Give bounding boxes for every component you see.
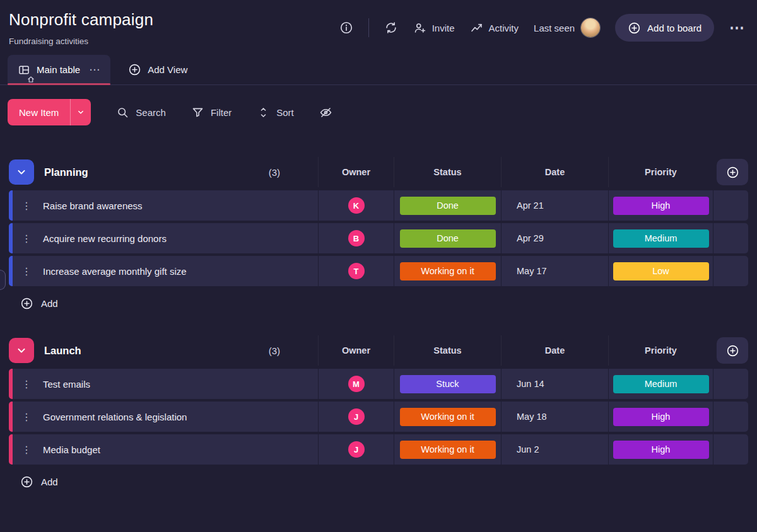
column-header-status[interactable]: Status: [394, 157, 501, 187]
group-item-count: (3): [269, 345, 318, 356]
status-cell[interactable]: Stuck: [394, 369, 501, 399]
add-to-board-label: Add to board: [647, 23, 701, 33]
owner-avatar[interactable]: M: [348, 376, 365, 392]
owner-cell[interactable]: J: [318, 434, 394, 465]
add-column-cell: [713, 159, 748, 185]
owner-cell[interactable]: K: [318, 190, 394, 221]
invite-button[interactable]: Invite: [413, 21, 455, 35]
priority-pill[interactable]: High: [613, 408, 709, 426]
owner-cell[interactable]: B: [318, 223, 394, 253]
owner-cell[interactable]: T: [318, 256, 394, 286]
last-seen[interactable]: Last seen: [534, 18, 600, 37]
column-header-priority[interactable]: Priority: [608, 157, 713, 187]
status-pill[interactable]: Working on it: [400, 408, 496, 426]
add-item-button[interactable]: Add: [9, 467, 748, 496]
item-name[interactable]: Government relations & legislation: [34, 412, 318, 422]
add-view-button[interactable]: Add View: [128, 55, 187, 84]
status-pill[interactable]: Done: [400, 197, 496, 215]
priority-cell[interactable]: High: [608, 402, 713, 432]
owner-avatar[interactable]: J: [348, 441, 365, 458]
group-title[interactable]: Launch: [44, 345, 81, 357]
drag-handle[interactable]: ⋮: [13, 411, 34, 423]
priority-cell[interactable]: High: [608, 190, 713, 221]
group-collapse-button[interactable]: [9, 338, 34, 363]
date-cell[interactable]: Jun 2: [501, 434, 608, 465]
priority-pill[interactable]: Medium: [613, 229, 709, 248]
group-collapse-button[interactable]: [9, 159, 34, 185]
search-button[interactable]: Search: [116, 106, 166, 119]
priority-pill[interactable]: High: [613, 441, 709, 459]
hide-columns-button[interactable]: [319, 106, 332, 119]
drag-handle[interactable]: ⋮: [13, 200, 34, 212]
page-title: Nonprofit campaign: [9, 10, 153, 30]
user-avatar[interactable]: [581, 18, 600, 37]
status-pill[interactable]: Working on it: [400, 441, 496, 459]
tab-options-icon[interactable]: ⋯: [89, 63, 100, 76]
group-title-cell: Launch (3): [34, 345, 318, 357]
last-seen-label: Last seen: [534, 23, 575, 33]
add-column-button[interactable]: [717, 159, 748, 185]
priority-pill[interactable]: High: [613, 197, 709, 215]
status-cell[interactable]: Working on it: [394, 256, 501, 286]
column-header-date[interactable]: Date: [501, 157, 608, 187]
owner-avatar[interactable]: J: [348, 408, 365, 425]
add-item-label: Add: [41, 298, 58, 309]
owner-cell[interactable]: J: [318, 402, 394, 432]
owner-avatar[interactable]: T: [348, 263, 365, 279]
priority-cell[interactable]: Medium: [608, 369, 713, 399]
status-pill[interactable]: Done: [400, 229, 496, 248]
sort-button[interactable]: Sort: [257, 106, 294, 119]
item-name[interactable]: Acquire new recurring donors: [34, 233, 318, 244]
item-name[interactable]: Media budget: [34, 444, 318, 455]
status-pill[interactable]: Working on it: [400, 262, 496, 280]
status-cell[interactable]: Working on it: [394, 402, 501, 432]
column-header-owner[interactable]: Owner: [318, 335, 394, 366]
item-name[interactable]: Raise brand awareness: [34, 200, 318, 211]
item-name[interactable]: Increase average monthly gift size: [34, 266, 318, 277]
new-item-button[interactable]: New Item: [8, 99, 91, 125]
drag-handle[interactable]: ⋮: [13, 378, 34, 390]
filter-button[interactable]: Filter: [191, 106, 232, 119]
date-cell[interactable]: May 17: [501, 256, 608, 286]
date-cell[interactable]: May 18: [501, 402, 608, 432]
date-cell[interactable]: Apr 29: [501, 223, 608, 253]
priority-cell[interactable]: Low: [608, 256, 713, 286]
date-cell[interactable]: Jun 14: [501, 369, 608, 399]
group-title[interactable]: Planning: [44, 166, 88, 178]
column-header-priority[interactable]: Priority: [608, 335, 713, 366]
add-column-button[interactable]: [717, 337, 748, 364]
column-header-date[interactable]: Date: [501, 335, 608, 366]
add-item-button[interactable]: Add: [9, 289, 748, 318]
priority-pill[interactable]: Medium: [613, 375, 709, 393]
status-pill[interactable]: Stuck: [400, 375, 496, 393]
sync-icon[interactable]: [384, 21, 398, 35]
column-header-owner[interactable]: Owner: [318, 157, 394, 187]
date-cell[interactable]: Apr 21: [501, 190, 608, 221]
status-cell[interactable]: Done: [394, 190, 501, 221]
empty-cell: [713, 402, 748, 432]
owner-avatar[interactable]: K: [348, 197, 365, 214]
drag-handle[interactable]: ⋮: [13, 444, 34, 456]
empty-cell: [713, 369, 748, 399]
drag-handle[interactable]: ⋮: [13, 265, 34, 277]
activity-button[interactable]: Activity: [470, 21, 519, 35]
panel-collapse-handle[interactable]: [0, 270, 6, 290]
more-options-icon[interactable]: ⋯: [729, 21, 746, 34]
new-item-dropdown[interactable]: [70, 99, 91, 125]
status-cell[interactable]: Done: [394, 223, 501, 253]
invite-icon: [413, 21, 426, 35]
tab-main-table[interactable]: Main table ⋯: [8, 55, 110, 84]
drag-handle[interactable]: ⋮: [13, 233, 34, 245]
add-to-board-button[interactable]: Add to board: [615, 14, 714, 42]
item-name[interactable]: Test emails: [34, 379, 318, 390]
new-item-label: New Item: [8, 99, 70, 125]
priority-cell[interactable]: Medium: [608, 223, 713, 253]
owner-cell[interactable]: M: [318, 369, 394, 399]
tab-main-table-label: Main table: [37, 64, 80, 75]
status-cell[interactable]: Working on it: [394, 434, 501, 465]
priority-cell[interactable]: High: [608, 434, 713, 465]
column-header-status[interactable]: Status: [394, 335, 501, 366]
owner-avatar[interactable]: B: [348, 230, 365, 246]
priority-pill[interactable]: Low: [613, 262, 709, 280]
info-icon[interactable]: [339, 21, 353, 35]
